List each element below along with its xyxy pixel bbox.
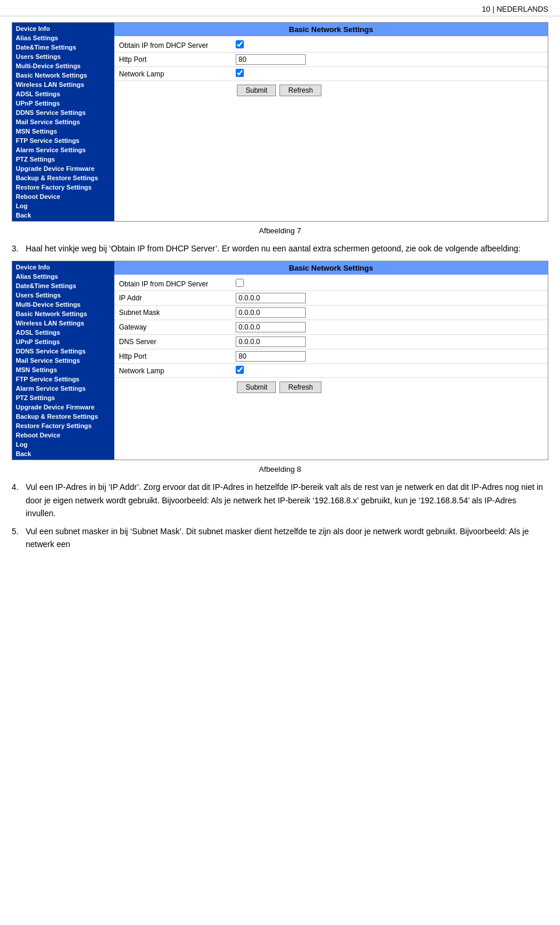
sidebar-item[interactable]: Log [12, 440, 114, 449]
figure8-input-dns[interactable] [236, 337, 306, 347]
figure8-settings: Obtain IP from DHCP Server IP Addr Subne… [114, 275, 548, 399]
figure8-label-netlamp: Network Lamp [119, 367, 236, 375]
sidebar-item[interactable]: Backup & Restore Settings [12, 173, 114, 183]
figure8-row-httpport: Http Port [114, 349, 548, 364]
figure8-value-subnet[interactable] [236, 307, 543, 318]
figure8-value-ipaddr[interactable] [236, 293, 543, 303]
figure8-value-gateway[interactable] [236, 322, 543, 332]
sidebar-item[interactable]: Reboot Device [12, 430, 114, 440]
sidebar-item[interactable]: Device Info [12, 24, 114, 33]
page-content: Device InfoAlias SettingsDate&Time Setti… [0, 16, 560, 568]
sidebar-item[interactable]: ADSL Settings [12, 328, 114, 337]
step4-number: 4. [12, 481, 26, 520]
sidebar-item[interactable]: Multi-Device Settings [12, 61, 114, 71]
sidebar-item[interactable]: FTP Service Settings [12, 374, 114, 384]
sidebar-item[interactable]: Basic Network Settings [12, 309, 114, 318]
figure8-value-dns[interactable] [236, 337, 543, 347]
sidebar-item[interactable]: DDNS Service Settings [12, 108, 114, 117]
figure8-label-ipaddr: IP Addr [119, 294, 236, 302]
figure8-refresh-button[interactable]: Refresh [279, 381, 321, 393]
figure7-sidebar: Device InfoAlias SettingsDate&Time Setti… [12, 23, 114, 221]
figure7-caption: Afbeelding 7 [12, 226, 548, 235]
sidebar-item[interactable]: Reboot Device [12, 192, 114, 201]
sidebar-item[interactable]: PTZ Settings [12, 393, 114, 402]
figure8-input-ipaddr[interactable] [236, 293, 306, 303]
sidebar-item[interactable]: Back [12, 211, 114, 220]
figure7-settings: Obtain IP from DHCP Server Http Port Net… [114, 36, 548, 102]
figure7-submit-button[interactable]: Submit [237, 85, 276, 96]
step5-row: 5. Vul een subnet masker in bij ‘Subnet … [12, 525, 548, 551]
figure8-title: Basic Network Settings [114, 261, 548, 275]
figure7-value-dhcp[interactable] [236, 40, 543, 50]
sidebar-item[interactable]: UPnP Settings [12, 337, 114, 346]
sidebar-item[interactable]: Restore Factory Settings [12, 183, 114, 192]
sidebar-item[interactable]: ADSL Settings [12, 89, 114, 99]
figure7-row-httpport: Http Port [114, 52, 548, 67]
figure8-label-httpport: Http Port [119, 352, 236, 360]
figure7-checkbox-netlamp[interactable] [236, 69, 244, 77]
figure8-value-netlamp[interactable] [236, 366, 543, 376]
sidebar-item[interactable]: Basic Network Settings [12, 71, 114, 80]
page-number: 10 [482, 5, 490, 13]
sidebar-item[interactable]: PTZ Settings [12, 155, 114, 164]
sidebar-item[interactable]: Wireless LAN Settings [12, 80, 114, 89]
figure8-row-gateway: Gateway [114, 320, 548, 335]
sidebar-item[interactable]: Users Settings [12, 290, 114, 300]
figure7-value-netlamp[interactable] [236, 69, 543, 79]
sidebar-item[interactable]: Date&Time Settings [12, 43, 114, 52]
sidebar-item[interactable]: Wireless LAN Settings [12, 318, 114, 328]
sidebar-item[interactable]: DDNS Service Settings [12, 346, 114, 356]
sidebar-item[interactable]: MSN Settings [12, 127, 114, 136]
sidebar-item[interactable]: Upgrade Device Firmware [12, 402, 114, 412]
sidebar-item[interactable]: MSN Settings [12, 365, 114, 374]
figure7-label-httpport: Http Port [119, 55, 236, 64]
step3-row: 3. Haal het vinkje weg bij ‘Obtain IP fr… [12, 242, 548, 255]
sidebar-item[interactable]: Mail Service Settings [12, 356, 114, 365]
figure7-label-netlamp: Network Lamp [119, 70, 236, 78]
sidebar-item[interactable]: Alarm Service Settings [12, 145, 114, 155]
sidebar-item[interactable]: Multi-Device Settings [12, 300, 114, 309]
figure7-refresh-button[interactable]: Refresh [279, 85, 321, 96]
figure8-value-httpport[interactable] [236, 351, 543, 362]
figure8-checkbox-dhcp[interactable] [236, 279, 244, 287]
figure8-label-gateway: Gateway [119, 323, 236, 331]
sidebar-item[interactable]: FTP Service Settings [12, 136, 114, 145]
figure8-input-httpport[interactable] [236, 351, 306, 362]
figure8-caption: Afbeelding 8 [12, 465, 548, 474]
sidebar-item[interactable]: Alias Settings [12, 33, 114, 43]
figure7-input-httpport[interactable] [236, 54, 306, 65]
step5-number: 5. [12, 525, 26, 551]
figure7-row-netlamp: Network Lamp [114, 67, 548, 81]
step3-text-block: 3. Haal het vinkje weg bij ‘Obtain IP fr… [12, 242, 548, 255]
bottom-text-block: 4. Vul een IP-Adres in bij ‘IP Addr’. Zo… [12, 481, 548, 551]
figure7-main: Basic Network Settings Obtain IP from DH… [114, 23, 548, 221]
step4-row: 4. Vul een IP-Adres in bij ‘IP Addr’. Zo… [12, 481, 548, 520]
figure7-button-row: Submit Refresh [114, 81, 548, 100]
sidebar-item[interactable]: Device Info [12, 262, 114, 272]
figure8-input-subnet[interactable] [236, 307, 306, 318]
sidebar-item[interactable]: Users Settings [12, 52, 114, 61]
step4-content: Vul een IP-Adres in bij ‘IP Addr’. Zorg … [26, 481, 548, 520]
sidebar-item[interactable]: Log [12, 201, 114, 211]
step5-content: Vul een subnet masker in bij ‘Subnet Mas… [26, 525, 548, 551]
sidebar-item[interactable]: Restore Factory Settings [12, 421, 114, 430]
figure7-checkbox-dhcp[interactable] [236, 40, 244, 48]
sidebar-item[interactable]: UPnP Settings [12, 99, 114, 108]
figure7-value-httpport[interactable] [236, 54, 543, 65]
figure8-row-dhcp: Obtain IP from DHCP Server [114, 277, 548, 291]
sidebar-item[interactable]: Alias Settings [12, 272, 114, 281]
sidebar-item[interactable]: Alarm Service Settings [12, 384, 114, 393]
sidebar-item[interactable]: Upgrade Device Firmware [12, 164, 114, 173]
figure8-value-dhcp[interactable] [236, 279, 543, 289]
language: NEDERLANDS [496, 5, 548, 13]
figure8-submit-button[interactable]: Submit [237, 381, 276, 393]
figure8-input-gateway[interactable] [236, 322, 306, 332]
sidebar-item[interactable]: Back [12, 449, 114, 458]
figure8-row-subnet: Subnet Mask [114, 306, 548, 320]
sidebar-item[interactable]: Backup & Restore Settings [12, 412, 114, 421]
page-header: 10 | NEDERLANDS [0, 0, 560, 16]
step3-number: 3. [12, 242, 26, 255]
sidebar-item[interactable]: Date&Time Settings [12, 281, 114, 290]
figure8-checkbox-netlamp[interactable] [236, 366, 244, 374]
sidebar-item[interactable]: Mail Service Settings [12, 117, 114, 127]
